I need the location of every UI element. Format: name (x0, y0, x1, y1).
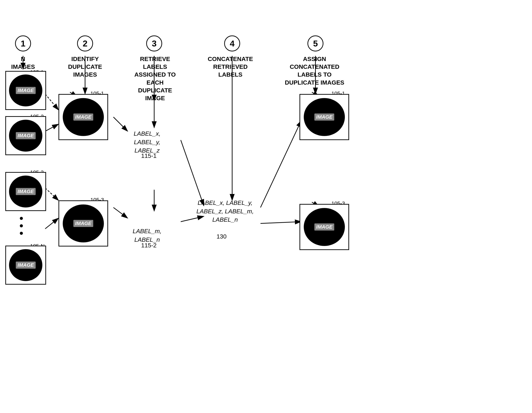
svg-line-10 (45, 188, 58, 200)
svg-line-11 (45, 218, 58, 229)
oval-2-3: IMAGE (63, 205, 104, 242)
svg-line-12 (114, 117, 128, 131)
step-1-number: 1 (21, 39, 26, 49)
image-text-1-2: IMAGE (16, 132, 36, 139)
label-115-1-text: LABEL_x, LABEL_y,LABEL_z (121, 129, 174, 155)
step-1-circle: 1 (15, 35, 31, 51)
image-box-1-1: IMAGE (5, 71, 46, 110)
step-5-number: 5 (313, 39, 318, 49)
oval-1-3: IMAGE (9, 176, 43, 207)
image-box-1-2: IMAGE (5, 116, 46, 155)
svg-line-14 (114, 207, 128, 218)
image-box-1-3: IMAGE (5, 172, 46, 211)
image-text-1-n: IMAGE (16, 262, 36, 269)
svg-line-7 (45, 94, 58, 110)
oval-1-n: IMAGE (9, 249, 43, 281)
image-text-2-3: IMAGE (73, 220, 93, 227)
step-3-circle: 3 (146, 35, 162, 51)
step-3-number: 3 (152, 39, 157, 49)
image-box-5-1: IMAGE (300, 94, 349, 140)
step-4-number: 4 (230, 39, 235, 49)
step-2-label: IDENTIFYDUPLICATEIMAGES (67, 55, 103, 79)
image-text-5-1: IMAGE (314, 114, 334, 121)
step-4-circle: 4 (224, 35, 240, 51)
step-5-circle: 5 (307, 35, 323, 51)
oval-1-1: IMAGE (9, 74, 43, 106)
oval-2-1: IMAGE (63, 98, 104, 136)
svg-line-18 (260, 121, 301, 207)
image-box-2-3: IMAGE (58, 200, 108, 246)
svg-line-19 (260, 222, 301, 223)
dots-label: ••• (19, 215, 24, 237)
svg-line-8 (45, 124, 58, 131)
step-2-circle: 2 (77, 35, 93, 51)
step-1-label: N IMAGES (10, 55, 36, 70)
step-4-label: CONCATENATERETRIEVED LABELS (204, 55, 257, 79)
step-3-label: RETRIEVE LABELSASSIGNED TO EACHDUPLICATE… (128, 55, 182, 102)
label-115-2-ref: 115-2 (138, 241, 160, 250)
image-text-1-3: IMAGE (16, 188, 36, 195)
image-box-1-n: IMAGE (5, 246, 46, 285)
oval-5-1: IMAGE (304, 98, 345, 136)
image-box-2-1: IMAGE (58, 94, 108, 140)
step-2-number: 2 (83, 39, 87, 49)
diagram: 1 2 3 4 5 N IMAGES IDENTIFYDUPLICATEIMAG… (0, 0, 532, 413)
image-box-5-3: IMAGE (300, 204, 349, 250)
image-text-5-3: IMAGE (314, 223, 334, 231)
label-115-1-ref: 115-1 (138, 152, 160, 160)
oval-1-2: IMAGE (9, 120, 43, 152)
svg-line-16 (181, 140, 204, 206)
label-130-text: LABEL_x, LABEL_y,LABEL_z, LABEL_m,LABEL_… (191, 199, 259, 224)
label-130-ref: 130 (214, 232, 228, 241)
oval-5-3: IMAGE (304, 208, 345, 246)
image-text-2-1: IMAGE (73, 114, 93, 121)
image-text-1-1: IMAGE (16, 87, 36, 94)
step-5-label: ASSIGN CONCATENATEDLABELS TODUPLICATE IM… (280, 55, 349, 86)
